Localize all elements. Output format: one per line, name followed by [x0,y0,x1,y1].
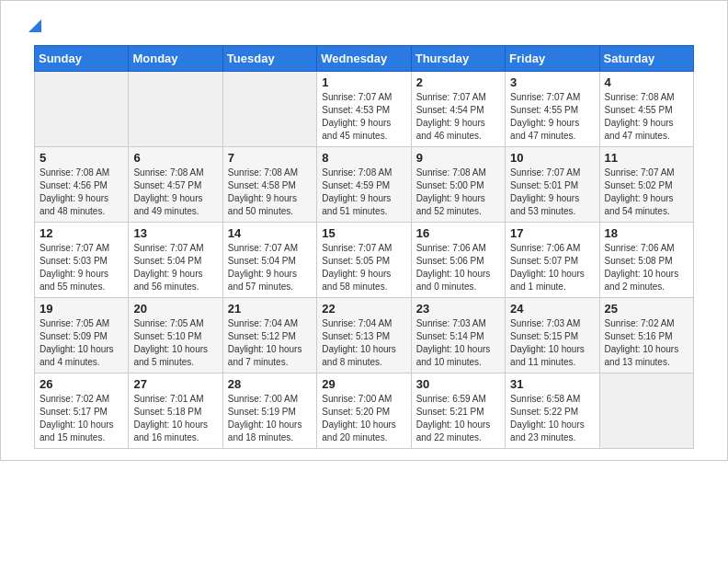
calendar-cell: 1Sunrise: 7:07 AM Sunset: 4:53 PM Daylig… [317,72,411,147]
day-number: 27 [133,377,217,391]
calendar-cell: 15Sunrise: 7:07 AM Sunset: 5:05 PM Dayli… [317,223,411,298]
week-row-5: 26Sunrise: 7:02 AM Sunset: 5:17 PM Dayli… [35,373,694,449]
calendar-cell: 21Sunrise: 7:04 AM Sunset: 5:12 PM Dayli… [222,298,316,373]
calendar-cell: 29Sunrise: 7:00 AM Sunset: 5:20 PM Dayli… [317,373,411,449]
day-number: 30 [416,377,500,391]
calendar-cell: 25Sunrise: 7:02 AM Sunset: 5:16 PM Dayli… [599,298,693,373]
calendar-cell: 24Sunrise: 7:03 AM Sunset: 5:15 PM Dayli… [506,298,599,373]
day-number: 19 [40,302,123,316]
weekday-monday: Monday [129,46,222,72]
calendar-cell: 27Sunrise: 7:01 AM Sunset: 5:18 PM Dayli… [129,373,222,449]
page: SundayMondayTuesdayWednesdayThursdayFrid… [0,0,728,461]
calendar-cell: 18Sunrise: 7:06 AM Sunset: 5:08 PM Dayli… [599,223,693,298]
calendar-table: SundayMondayTuesdayWednesdayThursdayFrid… [34,45,694,449]
day-info: Sunrise: 7:06 AM Sunset: 5:06 PM Dayligh… [416,242,500,293]
calendar-cell: 10Sunrise: 7:07 AM Sunset: 5:01 PM Dayli… [506,147,599,223]
day-number: 3 [510,75,594,89]
day-info: Sunrise: 7:01 AM Sunset: 5:18 PM Dayligh… [133,393,217,444]
day-number: 24 [510,302,594,316]
weekday-thursday: Thursday [411,46,505,72]
calendar-cell: 7Sunrise: 7:08 AM Sunset: 4:58 PM Daylig… [222,147,316,223]
day-number: 28 [228,377,312,391]
day-number: 29 [322,377,405,391]
day-info: Sunrise: 7:07 AM Sunset: 4:55 PM Dayligh… [510,91,594,143]
calendar-cell [599,373,693,449]
weekday-tuesday: Tuesday [222,46,316,72]
week-row-2: 5Sunrise: 7:08 AM Sunset: 4:56 PM Daylig… [35,147,694,223]
day-number: 18 [605,226,688,240]
day-info: Sunrise: 7:07 AM Sunset: 5:03 PM Dayligh… [40,242,123,293]
day-number: 23 [416,302,500,316]
calendar-cell [222,72,316,147]
day-number: 5 [40,151,123,165]
calendar-cell: 30Sunrise: 6:59 AM Sunset: 5:21 PM Dayli… [411,373,505,449]
logo [23,17,45,36]
day-info: Sunrise: 7:00 AM Sunset: 5:19 PM Dayligh… [228,393,312,444]
day-info: Sunrise: 7:06 AM Sunset: 5:07 PM Dayligh… [510,242,594,293]
week-row-3: 12Sunrise: 7:07 AM Sunset: 5:03 PM Dayli… [35,223,694,298]
day-info: Sunrise: 7:07 AM Sunset: 5:04 PM Dayligh… [133,242,217,293]
calendar-cell: 5Sunrise: 7:08 AM Sunset: 4:56 PM Daylig… [35,147,129,223]
calendar-cell: 13Sunrise: 7:07 AM Sunset: 5:04 PM Dayli… [129,223,222,298]
day-info: Sunrise: 7:07 AM Sunset: 5:01 PM Dayligh… [510,167,594,218]
day-info: Sunrise: 6:58 AM Sunset: 5:22 PM Dayligh… [510,393,594,444]
calendar-cell: 20Sunrise: 7:05 AM Sunset: 5:10 PM Dayli… [129,298,222,373]
day-info: Sunrise: 7:00 AM Sunset: 5:20 PM Dayligh… [322,393,405,444]
day-number: 22 [322,302,405,316]
day-info: Sunrise: 7:08 AM Sunset: 4:59 PM Dayligh… [322,167,405,218]
day-info: Sunrise: 7:02 AM Sunset: 5:17 PM Dayligh… [40,393,123,444]
day-number: 14 [228,226,312,240]
day-number: 4 [605,75,688,89]
header [1,1,727,45]
calendar-cell: 23Sunrise: 7:03 AM Sunset: 5:14 PM Dayli… [411,298,505,373]
day-info: Sunrise: 7:08 AM Sunset: 4:55 PM Dayligh… [605,91,688,143]
day-info: Sunrise: 7:04 AM Sunset: 5:12 PM Dayligh… [228,317,312,369]
day-info: Sunrise: 7:08 AM Sunset: 4:56 PM Dayligh… [40,167,123,218]
day-number: 7 [228,151,312,165]
day-number: 1 [322,75,405,89]
calendar-cell: 2Sunrise: 7:07 AM Sunset: 4:54 PM Daylig… [411,72,505,147]
day-number: 26 [40,377,123,391]
day-number: 12 [40,226,123,240]
day-number: 13 [133,226,217,240]
calendar-cell: 28Sunrise: 7:00 AM Sunset: 5:19 PM Dayli… [222,373,316,449]
calendar-cell: 6Sunrise: 7:08 AM Sunset: 4:57 PM Daylig… [129,147,222,223]
day-info: Sunrise: 7:04 AM Sunset: 5:13 PM Dayligh… [322,317,405,369]
day-info: Sunrise: 7:08 AM Sunset: 4:57 PM Dayligh… [133,167,217,218]
day-info: Sunrise: 7:05 AM Sunset: 5:09 PM Dayligh… [40,317,123,369]
weekday-friday: Friday [506,46,599,72]
calendar-cell: 8Sunrise: 7:08 AM Sunset: 4:59 PM Daylig… [317,147,411,223]
week-row-1: 1Sunrise: 7:07 AM Sunset: 4:53 PM Daylig… [35,72,694,147]
day-info: Sunrise: 7:07 AM Sunset: 5:04 PM Dayligh… [228,242,312,293]
calendar-cell: 14Sunrise: 7:07 AM Sunset: 5:04 PM Dayli… [222,223,316,298]
day-number: 15 [322,226,405,240]
week-row-4: 19Sunrise: 7:05 AM Sunset: 5:09 PM Dayli… [35,298,694,373]
calendar-cell: 26Sunrise: 7:02 AM Sunset: 5:17 PM Dayli… [35,373,129,449]
calendar-cell: 11Sunrise: 7:07 AM Sunset: 5:02 PM Dayli… [599,147,693,223]
calendar-cell [129,72,222,147]
calendar-cell: 31Sunrise: 6:58 AM Sunset: 5:22 PM Dayli… [506,373,599,449]
weekday-header-row: SundayMondayTuesdayWednesdayThursdayFrid… [35,46,694,72]
calendar-cell: 19Sunrise: 7:05 AM Sunset: 5:09 PM Dayli… [35,298,129,373]
svg-marker-0 [28,19,41,32]
day-number: 17 [510,226,594,240]
day-number: 21 [228,302,312,316]
day-info: Sunrise: 7:07 AM Sunset: 5:02 PM Dayligh… [605,167,688,218]
day-number: 16 [416,226,500,240]
day-info: Sunrise: 7:08 AM Sunset: 5:00 PM Dayligh… [416,167,500,218]
logo-icon [25,16,45,36]
day-info: Sunrise: 7:08 AM Sunset: 4:58 PM Dayligh… [228,167,312,218]
calendar-cell: 12Sunrise: 7:07 AM Sunset: 5:03 PM Dayli… [35,223,129,298]
day-number: 6 [133,151,217,165]
day-info: Sunrise: 7:07 AM Sunset: 4:53 PM Dayligh… [322,91,405,143]
day-number: 31 [510,377,594,391]
day-number: 8 [322,151,405,165]
calendar-cell: 16Sunrise: 7:06 AM Sunset: 5:06 PM Dayli… [411,223,505,298]
day-info: Sunrise: 7:07 AM Sunset: 5:05 PM Dayligh… [322,242,405,293]
day-number: 25 [605,302,688,316]
calendar-cell: 3Sunrise: 7:07 AM Sunset: 4:55 PM Daylig… [506,72,599,147]
day-number: 11 [605,151,688,165]
day-number: 10 [510,151,594,165]
day-number: 2 [416,75,500,89]
calendar-wrapper: SundayMondayTuesdayWednesdayThursdayFrid… [1,45,727,460]
